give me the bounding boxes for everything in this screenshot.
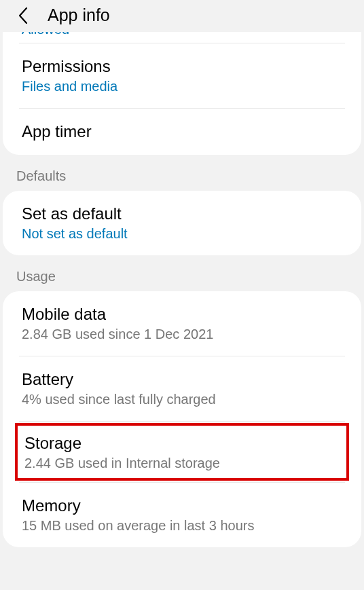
battery-item[interactable]: Battery 4% used since last fully charged [3,356,361,421]
permissions-item[interactable]: Permissions Files and media [3,43,361,108]
storage-title: Storage [24,434,340,453]
storage-item-highlighted[interactable]: Storage 2.44 GB used in Internal storage [15,423,349,481]
mobile-data-item[interactable]: Mobile data 2.84 GB used since 1 Dec 202… [3,291,361,356]
page-title: App info [48,5,110,25]
mobile-data-title: Mobile data [22,305,342,324]
memory-item[interactable]: Memory 15 MB used on average in last 3 h… [3,483,361,547]
set-default-item[interactable]: Set as default Not set as default [3,191,361,255]
mobile-data-sub: 2.84 GB used since 1 Dec 2021 [22,327,342,342]
defaults-section-header: Defaults [0,155,364,191]
settings-card: Allowed Permissions Files and media App … [3,32,361,155]
permissions-sub: Files and media [22,79,342,94]
permissions-title: Permissions [22,57,342,76]
set-default-sub: Not set as default [22,226,342,242]
divider [19,421,345,422]
back-icon[interactable] [14,6,33,25]
defaults-card: Set as default Not set as default [3,191,361,255]
header: App info [0,0,364,32]
cutoff-text: Allowed [3,32,361,43]
set-default-title: Set as default [22,204,342,223]
app-timer-title: App timer [22,122,342,141]
usage-card: Mobile data 2.84 GB used since 1 Dec 202… [3,291,361,547]
battery-title: Battery [22,370,342,389]
usage-section-header: Usage [0,255,364,291]
memory-sub: 15 MB used on average in last 3 hours [22,518,342,534]
app-timer-item[interactable]: App timer [3,109,361,155]
storage-sub: 2.44 GB used in Internal storage [24,456,340,471]
battery-sub: 4% used since last fully charged [22,392,342,407]
memory-title: Memory [22,496,342,515]
